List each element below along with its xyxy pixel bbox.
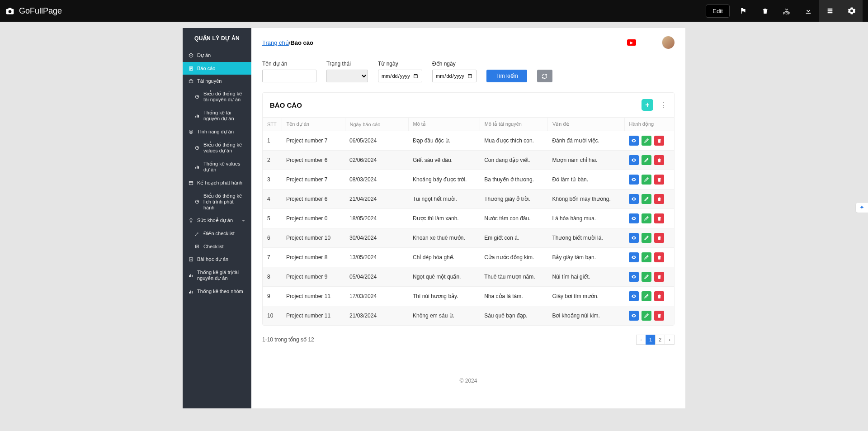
view-button[interactable] [629, 213, 639, 223]
gear-icon[interactable] [841, 0, 863, 22]
sidebar-item-dien-checklist[interactable]: Điền checklist [183, 227, 251, 240]
brand: GoFullPage [5, 6, 62, 16]
sidebar-item-bd-tainguyen[interactable]: Biểu đồ thống kê tài nguyên dự án [183, 87, 251, 106]
view-button[interactable] [629, 311, 639, 321]
bars-icon [188, 273, 193, 278]
delete-button[interactable] [654, 175, 664, 185]
bars-icon [194, 164, 200, 170]
sidebar-item-checklist[interactable]: Checklist [183, 240, 251, 253]
breadcrumb-home[interactable]: Trang chủ [262, 39, 289, 46]
cell-ngay: 18/05/2024 [345, 209, 408, 228]
sidebar-item-label: Kế hoạch phát hành [197, 180, 242, 186]
sidebar-item-baocao[interactable]: Báo cáo [183, 62, 251, 75]
sidebar-item-suckhoe[interactable]: Sức khoẻ dự án [183, 214, 251, 227]
trash-icon [657, 216, 662, 221]
delete-button[interactable] [654, 291, 664, 301]
edit-row-button[interactable] [642, 213, 651, 223]
edit-row-button[interactable] [642, 272, 651, 282]
project-name-input[interactable] [262, 70, 316, 82]
flag-icon[interactable] [732, 0, 754, 22]
edit-row-button[interactable] [642, 175, 651, 185]
cell-stt: 8 [263, 267, 282, 287]
add-button[interactable]: + [642, 99, 653, 111]
sidebar-item-bd-values[interactable]: Biểu đồ thống kê values dự án [183, 138, 251, 157]
sidebar-item-duan[interactable]: Dự án [183, 49, 251, 62]
page-2[interactable]: 2 [655, 335, 665, 345]
delete-button[interactable] [654, 136, 664, 146]
delete-button[interactable] [654, 194, 664, 204]
view-button[interactable] [629, 252, 639, 262]
col-ngay: Ngày báo cáo [345, 118, 408, 131]
delete-button[interactable] [654, 252, 664, 262]
pencil-icon [644, 274, 649, 279]
edit-row-button[interactable] [642, 291, 651, 301]
download-pdf-icon[interactable]: PDF [776, 0, 797, 22]
to-date-input[interactable] [432, 70, 476, 82]
report-table: STT Tên dự án Ngày báo cáo Mô tả Mô tả t… [263, 117, 674, 325]
edit-row-button[interactable] [642, 155, 651, 165]
cell-ngay: 13/05/2024 [345, 248, 408, 267]
files-icon[interactable] [819, 0, 841, 22]
delete-button[interactable] [654, 155, 664, 165]
table-row: 10Project number 1121/03/2024Không em sá… [263, 306, 674, 326]
cell-mota: Khoảng bảy được trời. [408, 170, 480, 189]
sidebar-item-baihoc[interactable]: Bài học dự án [183, 253, 251, 266]
trash-icon[interactable] [754, 0, 776, 22]
view-button[interactable] [629, 194, 639, 204]
more-menu-icon[interactable]: ⋮ [660, 101, 667, 109]
filter-label-status: Trạng thái [326, 61, 368, 67]
cell-ngay: 02/06/2024 [345, 151, 408, 170]
delete-button[interactable] [654, 233, 664, 243]
sidebar-item-tinhnang[interactable]: Tính năng dự án [183, 125, 251, 138]
svg-rect-9 [195, 167, 196, 169]
avatar[interactable] [662, 36, 675, 49]
sidebar-item-tk-nhom[interactable]: Thống kê theo nhóm [183, 285, 251, 298]
sidebar-item-tk-values[interactable]: Thống kê values dự án [183, 157, 251, 176]
page-next[interactable]: › [665, 335, 675, 345]
view-button[interactable] [629, 291, 639, 301]
cell-vd: Giày bơi tím mướn. [547, 287, 624, 306]
edit-button[interactable]: Edit [706, 5, 730, 18]
delete-button[interactable] [654, 213, 664, 223]
page-1[interactable]: 1 [646, 335, 656, 345]
edit-row-button[interactable] [642, 233, 651, 243]
status-select[interactable] [326, 70, 368, 82]
reset-button[interactable] [537, 70, 552, 82]
search-button[interactable]: Tìm kiếm [486, 70, 527, 82]
pencil-icon [644, 157, 649, 163]
briefcase-icon [188, 78, 193, 84]
page-prev[interactable]: ‹ [636, 335, 646, 345]
sidebar-item-label: Thống kê values dự án [203, 161, 246, 173]
edit-row-button[interactable] [642, 194, 651, 204]
sidebar-item-label: Tính năng dự án [197, 129, 234, 135]
svg-rect-4 [197, 115, 198, 118]
pencil-icon [644, 235, 649, 241]
youtube-icon[interactable]: ▶ [627, 39, 636, 46]
floating-side-tab[interactable]: ✦ [855, 202, 868, 213]
view-button[interactable] [629, 155, 639, 165]
view-button[interactable] [629, 136, 639, 146]
cell-ngay: 30/04/2024 [345, 228, 408, 248]
delete-button[interactable] [654, 311, 664, 321]
sidebar-item-kehoach[interactable]: Kế hoạch phát hành [183, 176, 251, 189]
svg-rect-21 [192, 291, 193, 293]
svg-rect-16 [189, 275, 190, 277]
view-button[interactable] [629, 233, 639, 243]
view-button[interactable] [629, 272, 639, 282]
svg-rect-19 [189, 292, 190, 294]
camera-icon [5, 6, 14, 15]
edit-row-button[interactable] [642, 252, 651, 262]
view-button[interactable] [629, 175, 639, 185]
sidebar-item-tainguyen[interactable]: Tài nguyên [183, 75, 251, 87]
pencil-icon [644, 255, 649, 260]
sidebar-item-tk-giatri[interactable]: Thống kê giá trị/tài nguyên dự án [183, 266, 251, 285]
download-icon[interactable] [797, 0, 819, 22]
from-date-input[interactable] [378, 70, 422, 82]
sparkle-icon: ✦ [859, 204, 864, 211]
edit-row-button[interactable] [642, 311, 651, 321]
cell-vd: Lá hóa hàng mua. [547, 209, 624, 228]
delete-button[interactable] [654, 272, 664, 282]
sidebar-item-tk-tainguyen[interactable]: Thống kê tài nguyên dự án [183, 106, 251, 125]
sidebar-item-bd-lichtrinh[interactable]: Biểu đồ thống kê lịch trình phát hành [183, 189, 251, 214]
edit-row-button[interactable] [642, 136, 651, 146]
